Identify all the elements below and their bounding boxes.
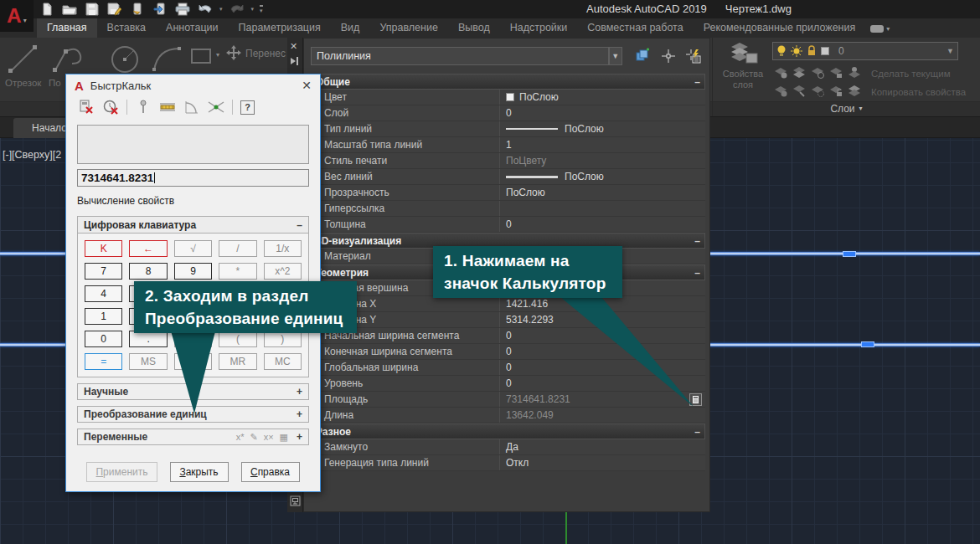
clear-history-icon[interactable] (102, 99, 119, 115)
key[interactable]: ( (219, 331, 256, 347)
history-box[interactable] (77, 125, 309, 164)
property-value[interactable]: ПоСлою (499, 121, 705, 136)
tab-vstavka[interactable]: Вставка (97, 18, 156, 38)
tab-vyvod[interactable]: Вывод (448, 18, 500, 38)
tab-rekomendovannye-prilozheniya[interactable]: Рекомендованные приложения (694, 18, 866, 38)
distance-icon[interactable] (159, 99, 176, 115)
copy-properties-label[interactable]: Копировать свойства (871, 87, 966, 97)
palette-properties-icon[interactable] (289, 495, 302, 507)
help-icon[interactable]: ? (240, 100, 255, 115)
key[interactable]: 0 (85, 331, 122, 347)
save-icon[interactable] (84, 2, 101, 17)
palette-autohide-icon[interactable] (290, 56, 301, 66)
key-equals[interactable]: = (85, 353, 122, 370)
feedback-icon[interactable]: ▾ (870, 25, 890, 38)
layer-select-combo[interactable]: 0 ▼ (772, 42, 958, 60)
property-value[interactable]: ПоСлою (499, 185, 705, 200)
section-units-conversion[interactable]: Преобразование единиц+ (77, 406, 309, 423)
edit-variable-icon[interactable]: ✎ (250, 432, 257, 443)
tab-annotacii[interactable]: Аннотации (156, 18, 228, 38)
layer-thaw-icon[interactable] (809, 83, 826, 100)
application-menu-button[interactable]: A ▾ (0, 0, 34, 32)
rectangle-tool-icon[interactable] (189, 46, 214, 68)
property-value[interactable]: 0 (499, 360, 705, 375)
open-folder-icon[interactable] (61, 2, 78, 17)
tab-parametrizaciya[interactable]: Параметризация (229, 18, 331, 38)
property-value[interactable]: 1 (499, 137, 705, 152)
quickcalc-close-icon[interactable]: ✕ (302, 79, 312, 92)
polyline-grip[interactable] (843, 251, 856, 257)
expand-icon[interactable]: + (297, 431, 302, 443)
key[interactable]: 9 (174, 263, 212, 280)
get-coordinates-icon[interactable] (135, 99, 152, 115)
key[interactable]: . (129, 331, 167, 347)
property-value[interactable]: 1421.416 (499, 296, 705, 311)
make-current-label[interactable]: Сделать текущим (871, 69, 951, 79)
property-value[interactable]: Откл (499, 455, 705, 470)
customize-qat-icon[interactable]: ▾ (260, 5, 263, 14)
property-value[interactable]: 0 (499, 344, 705, 359)
property-value[interactable]: 0 (499, 105, 705, 121)
object-select-caret-icon[interactable]: ▼ (609, 47, 622, 65)
quickcalc-launch-icon[interactable] (689, 393, 702, 406)
property-value[interactable]: ПоСлою (499, 169, 705, 184)
key[interactable]: √ (174, 240, 212, 257)
new-file-icon[interactable] (39, 2, 55, 17)
delete-variable-icon[interactable]: x× (264, 432, 274, 443)
key[interactable]: ← (129, 240, 167, 257)
layer-off-icon[interactable] (772, 64, 789, 81)
property-value[interactable] (499, 201, 705, 216)
key[interactable]: 1 (85, 308, 122, 325)
key[interactable]: M+ (174, 353, 212, 370)
property-value[interactable]: Да (499, 439, 705, 454)
property-value[interactable]: 0 (499, 328, 705, 343)
collapse-icon[interactable]: – (694, 235, 700, 247)
close-button[interactable]: Закрыть (170, 462, 229, 482)
section-header-general[interactable]: Общие– (310, 74, 705, 90)
expand-icon[interactable]: + (297, 386, 302, 398)
make-current-icon[interactable] (846, 64, 863, 81)
rectangle-caret-icon[interactable]: ▾ (216, 51, 219, 59)
tab-vid[interactable]: Вид (331, 18, 370, 38)
plot-icon[interactable] (174, 2, 191, 17)
property-value[interactable]: ПоСлою (499, 90, 705, 105)
polyline-tool-icon[interactable] (52, 42, 89, 77)
polyline-grip[interactable] (861, 341, 874, 347)
arc-tool-icon[interactable] (151, 42, 184, 77)
property-value[interactable]: 0 (499, 376, 705, 391)
key[interactable]: ) (264, 331, 302, 347)
key[interactable]: * (219, 263, 256, 280)
undo-icon[interactable] (197, 2, 214, 17)
layer-unlock-icon[interactable] (828, 83, 844, 100)
expression-input[interactable]: 7314641.8231 (77, 169, 309, 187)
object-type-select[interactable]: Полилиния (311, 47, 609, 65)
move-tool-icon[interactable] (224, 44, 243, 63)
key[interactable]: 7 (85, 263, 122, 280)
key[interactable]: MS (129, 353, 167, 370)
section-scientific[interactable]: Научные+ (77, 383, 309, 400)
tab-glavnaya[interactable]: Главная (37, 18, 97, 38)
expand-icon[interactable]: + (297, 408, 302, 420)
key[interactable]: pi (174, 331, 212, 347)
property-value[interactable]: 5314.2293 (499, 312, 705, 327)
collapse-icon[interactable]: – (297, 219, 302, 231)
save-to-mobile-icon[interactable] (129, 2, 146, 17)
layer-freeze-icon[interactable] (809, 64, 826, 81)
save-as-icon[interactable] (106, 2, 123, 17)
new-variable-icon[interactable]: x* (236, 432, 245, 443)
undo-caret-icon[interactable]: ▾ (219, 6, 223, 13)
match-layer-icon[interactable] (846, 83, 863, 100)
collapse-icon[interactable]: – (694, 426, 700, 438)
key[interactable]: 1/x (264, 240, 302, 257)
key[interactable]: K (85, 240, 122, 257)
key[interactable]: MC (264, 353, 302, 370)
layer-unisolate-icon[interactable] (791, 83, 807, 100)
toggle-pickadd-icon[interactable] (634, 47, 652, 65)
layer-isolate-icon[interactable] (791, 64, 807, 81)
layer-lock-icon[interactable] (828, 64, 844, 81)
redo-icon[interactable] (229, 2, 245, 17)
calculator-variable-icon[interactable]: ▦ (280, 432, 288, 443)
quick-select-icon[interactable] (684, 47, 703, 65)
palette-close-icon[interactable]: ✕ (290, 41, 297, 52)
quickcalc-title-bar[interactable]: A БыстрКальк ✕ (66, 74, 320, 96)
